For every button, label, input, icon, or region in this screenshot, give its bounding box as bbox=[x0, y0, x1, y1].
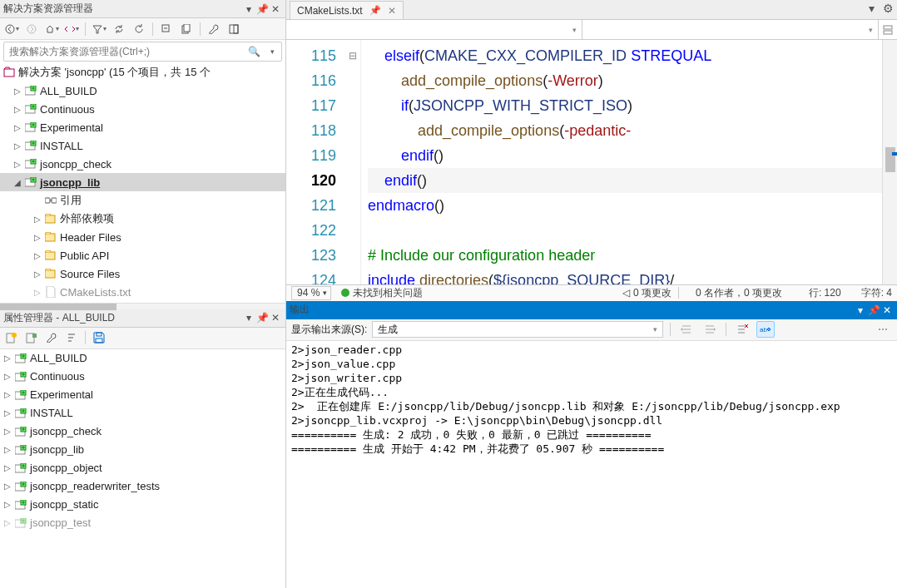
output-log[interactable]: 2>json_reader.cpp 2>json_value.cpp 2>jso… bbox=[286, 341, 897, 589]
goto-prev-button[interactable] bbox=[701, 321, 719, 338]
add-existing-button[interactable] bbox=[23, 329, 40, 346]
expand-icon[interactable]: ▷ bbox=[2, 372, 13, 381]
tree-item[interactable]: ▷ Header Files bbox=[0, 228, 285, 246]
tree-horizontal-scrollbar[interactable] bbox=[0, 303, 285, 309]
solution-search-input[interactable] bbox=[4, 46, 245, 57]
issues-indicator[interactable]: 未找到相关问题 bbox=[336, 286, 428, 300]
code-editor[interactable]: 115116117118119120121122123124 ⊟ elseif(… bbox=[286, 40, 897, 284]
wrap-button[interactable]: ab bbox=[756, 321, 775, 338]
solution-tree[interactable]: 解决方案 'jsoncpp' (15 个项目，共 15 个 ▷ ALL_BUIL… bbox=[0, 63, 285, 303]
collapse-icon[interactable]: ◢ bbox=[12, 178, 23, 187]
tree-project[interactable]: ▷ Continuous bbox=[0, 100, 285, 118]
filter-button[interactable] bbox=[91, 21, 107, 37]
pin-icon[interactable]: 📌 bbox=[369, 5, 381, 16]
property-item[interactable]: ▷ jsoncpp_test bbox=[0, 514, 285, 532]
expand-icon[interactable]: ▷ bbox=[2, 482, 13, 491]
dropdown-icon[interactable]: ▾ bbox=[854, 304, 867, 317]
find-button[interactable] bbox=[677, 321, 696, 338]
fold-gutter[interactable]: ⊟ bbox=[344, 40, 361, 284]
expand-icon[interactable]: ▷ bbox=[12, 123, 23, 132]
expand-icon[interactable]: ▷ bbox=[12, 160, 23, 169]
vertical-scrollbar[interactable] bbox=[882, 40, 897, 284]
tree-project[interactable]: ▷ ALL_BUILD bbox=[0, 82, 285, 100]
settings-gear-icon[interactable]: ⚙ bbox=[883, 2, 894, 15]
collapse-all-button[interactable] bbox=[158, 21, 175, 37]
pin-icon[interactable]: 📌 bbox=[867, 304, 880, 317]
back-button[interactable] bbox=[3, 21, 20, 37]
forward-button[interactable] bbox=[23, 21, 40, 37]
tree-item[interactable]: ▷ 外部依赖项 bbox=[0, 210, 285, 228]
output-source-combo[interactable]: 生成▾ bbox=[372, 321, 663, 338]
expand-icon[interactable]: ▷ bbox=[2, 500, 13, 509]
property-item[interactable]: ▷ Continuous bbox=[0, 368, 285, 386]
expand-icon[interactable]: ▷ bbox=[12, 141, 23, 151]
switch-views-button[interactable] bbox=[63, 21, 80, 37]
tree-project[interactable]: ▷ Experimental bbox=[0, 118, 285, 136]
tree-project-selected[interactable]: ◢ jsoncpp_lib bbox=[0, 173, 285, 191]
show-all-files-button[interactable] bbox=[178, 21, 195, 37]
authors-info[interactable]: 0 名作者，0 项更改 bbox=[691, 286, 787, 300]
tree-item[interactable]: 引用 bbox=[0, 191, 285, 210]
property-item[interactable]: ▷ INSTALL bbox=[0, 404, 285, 422]
split-icon[interactable] bbox=[879, 20, 897, 39]
expand-icon[interactable]: ▷ bbox=[32, 215, 43, 224]
close-icon[interactable]: ✕ bbox=[269, 2, 282, 16]
char-indicator[interactable]: 字符: 4 bbox=[856, 286, 897, 300]
tree-project[interactable]: ▷ jsoncpp_check bbox=[0, 155, 285, 173]
expand-icon[interactable]: ▷ bbox=[32, 269, 43, 279]
expand-icon[interactable]: ▷ bbox=[2, 408, 13, 418]
add-prop-sheet-button[interactable] bbox=[3, 329, 20, 346]
pin-icon[interactable]: 📌 bbox=[255, 311, 269, 324]
property-item[interactable]: ▷ jsoncpp_readerwriter_tests bbox=[0, 477, 285, 496]
property-item[interactable]: ▷ jsoncpp_object bbox=[0, 459, 285, 477]
property-item[interactable]: ▷ Experimental bbox=[0, 386, 285, 404]
dropdown-icon[interactable]: ▾ bbox=[242, 2, 255, 16]
expand-icon[interactable]: ▷ bbox=[2, 445, 13, 454]
clear-button[interactable] bbox=[733, 321, 751, 338]
editor-tab[interactable]: CMakeLists.txt 📌 ✕ bbox=[290, 1, 404, 19]
property-item[interactable]: ▷ jsoncpp_check bbox=[0, 422, 285, 441]
sort-button[interactable] bbox=[63, 329, 80, 346]
expand-icon[interactable]: ▷ bbox=[32, 251, 43, 260]
nav-member-dropdown[interactable]: ▾ bbox=[582, 20, 879, 39]
tree-item[interactable]: ▷ CMakeLists.txt bbox=[0, 283, 285, 301]
close-icon[interactable]: ✕ bbox=[269, 311, 282, 324]
line-indicator[interactable]: 行: 120 bbox=[804, 286, 846, 300]
expand-icon[interactable]: ▷ bbox=[12, 105, 23, 114]
property-item[interactable]: ▷ jsoncpp_lib bbox=[0, 441, 285, 459]
refresh-button[interactable] bbox=[131, 21, 147, 37]
expand-icon[interactable]: ▷ bbox=[2, 427, 13, 436]
search-icon[interactable]: 🔍 bbox=[245, 46, 263, 57]
dropdown-icon[interactable]: ▾ bbox=[242, 311, 255, 324]
property-item[interactable]: ▷ jsoncpp_static bbox=[0, 496, 285, 514]
tree-item[interactable]: ▷ Source Files bbox=[0, 264, 285, 283]
expand-icon[interactable]: ▷ bbox=[12, 86, 23, 96]
expand-icon[interactable]: ▷ bbox=[2, 353, 13, 363]
expand-icon[interactable]: ▷ bbox=[32, 288, 43, 297]
solution-root[interactable]: 解决方案 'jsoncpp' (15 个项目，共 15 个 bbox=[0, 63, 285, 82]
tree-project[interactable]: ▷ INSTALL bbox=[0, 136, 285, 155]
expand-icon[interactable]: ▷ bbox=[2, 518, 13, 527]
solution-search-box[interactable]: 🔍 ▾ bbox=[3, 42, 282, 62]
expand-icon[interactable]: ▷ bbox=[2, 463, 13, 472]
zoom-control[interactable]: 94 %▾ bbox=[286, 286, 336, 300]
properties-button[interactable] bbox=[206, 21, 222, 37]
tab-overflow-icon[interactable]: ▾ bbox=[869, 2, 875, 15]
code-area[interactable]: elseif(CMAKE_CXX_COMPILER_ID STREQUAL ad… bbox=[361, 40, 882, 284]
property-item[interactable]: ▷ ALL_BUILD bbox=[0, 349, 285, 368]
nav-scope-dropdown[interactable]: ▾ bbox=[286, 20, 582, 39]
props-wrench-button[interactable] bbox=[43, 329, 60, 346]
tab-close-icon[interactable]: ✕ bbox=[388, 5, 396, 17]
tree-item[interactable]: ▷ Public API bbox=[0, 246, 285, 264]
expand-icon[interactable]: ▷ bbox=[2, 390, 13, 399]
pin-icon[interactable]: 📌 bbox=[255, 2, 269, 16]
changes-left[interactable]: ◁ 0 项更改 bbox=[617, 286, 676, 300]
preview-button[interactable] bbox=[225, 21, 242, 37]
property-manager-list[interactable]: ▷ ALL_BUILD ▷ Continuous ▷ Experimental … bbox=[0, 349, 285, 589]
search-dropdown-icon[interactable]: ▾ bbox=[263, 47, 281, 56]
home-button[interactable] bbox=[43, 21, 60, 37]
sync-button[interactable] bbox=[111, 21, 127, 37]
save-button[interactable] bbox=[91, 329, 107, 346]
output-settings-icon[interactable]: ⋯ bbox=[874, 321, 892, 338]
close-icon[interactable]: ✕ bbox=[880, 304, 894, 317]
